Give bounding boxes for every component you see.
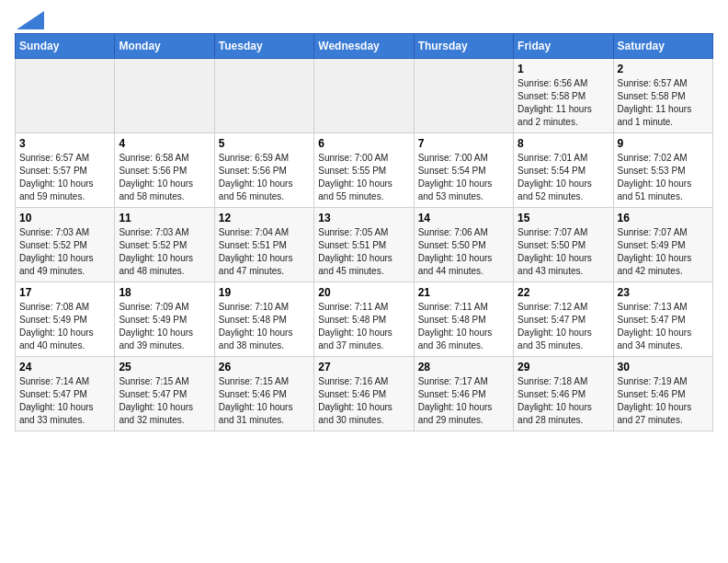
- day-number: 13: [318, 212, 409, 224]
- calendar-cell: 14Sunrise: 7:06 AM Sunset: 5:50 PM Dayli…: [414, 208, 513, 282]
- day-number: 8: [518, 137, 609, 150]
- day-number: 27: [318, 361, 409, 373]
- calendar-cell: 25Sunrise: 7:15 AM Sunset: 5:47 PM Dayli…: [115, 357, 214, 431]
- calendar-cell: 11Sunrise: 7:03 AM Sunset: 5:52 PM Dayli…: [115, 208, 214, 282]
- day-number: 15: [518, 212, 609, 224]
- calendar-cell: 15Sunrise: 7:07 AM Sunset: 5:50 PM Dayli…: [514, 208, 613, 282]
- calendar-cell: 3Sunrise: 6:57 AM Sunset: 5:57 PM Daylig…: [16, 133, 115, 208]
- day-info: Sunrise: 7:04 AM Sunset: 5:51 PM Dayligh…: [219, 226, 310, 278]
- day-info: Sunrise: 6:58 AM Sunset: 5:56 PM Dayligh…: [119, 152, 210, 203]
- calendar-cell: 29Sunrise: 7:18 AM Sunset: 5:46 PM Dayli…: [514, 357, 613, 431]
- day-info: Sunrise: 6:56 AM Sunset: 5:58 PM Dayligh…: [518, 77, 609, 129]
- calendar-cell: 2Sunrise: 6:57 AM Sunset: 5:58 PM Daylig…: [613, 59, 712, 133]
- day-number: 1: [518, 63, 609, 75]
- day-info: Sunrise: 6:57 AM Sunset: 5:58 PM Dayligh…: [618, 77, 709, 129]
- day-number: 25: [119, 361, 210, 373]
- day-number: 12: [219, 212, 310, 224]
- day-info: Sunrise: 7:05 AM Sunset: 5:51 PM Dayligh…: [318, 226, 409, 278]
- day-number: 23: [618, 286, 709, 299]
- day-number: 10: [19, 212, 110, 224]
- day-info: Sunrise: 7:13 AM Sunset: 5:47 PM Dayligh…: [618, 301, 709, 352]
- weekday-header: Tuesday: [214, 34, 313, 59]
- day-info: Sunrise: 7:19 AM Sunset: 5:46 PM Dayligh…: [618, 375, 709, 427]
- weekday-header: Saturday: [613, 34, 712, 59]
- calendar-cell: [16, 59, 115, 133]
- weekday-header: Friday: [514, 34, 613, 59]
- calendar-cell: 20Sunrise: 7:11 AM Sunset: 5:48 PM Dayli…: [314, 282, 414, 357]
- day-number: 2: [618, 63, 709, 75]
- calendar-cell: 1Sunrise: 6:56 AM Sunset: 5:58 PM Daylig…: [514, 59, 613, 133]
- day-number: 26: [219, 361, 310, 373]
- day-number: 21: [418, 286, 509, 299]
- day-info: Sunrise: 6:57 AM Sunset: 5:57 PM Dayligh…: [19, 152, 110, 203]
- day-number: 18: [119, 286, 210, 299]
- calendar-cell: 7Sunrise: 7:00 AM Sunset: 5:54 PM Daylig…: [414, 133, 513, 208]
- calendar-cell: 23Sunrise: 7:13 AM Sunset: 5:47 PM Dayli…: [613, 282, 712, 357]
- day-info: Sunrise: 7:09 AM Sunset: 5:49 PM Dayligh…: [119, 301, 210, 352]
- day-number: 14: [418, 212, 509, 224]
- day-number: 19: [219, 286, 310, 299]
- day-info: Sunrise: 7:10 AM Sunset: 5:48 PM Dayligh…: [219, 301, 310, 352]
- calendar-cell: 26Sunrise: 7:15 AM Sunset: 5:46 PM Dayli…: [214, 357, 313, 431]
- day-info: Sunrise: 7:14 AM Sunset: 5:47 PM Dayligh…: [19, 375, 110, 427]
- calendar-cell: 21Sunrise: 7:11 AM Sunset: 5:48 PM Dayli…: [414, 282, 513, 357]
- calendar-cell: 27Sunrise: 7:16 AM Sunset: 5:46 PM Dayli…: [314, 357, 414, 431]
- weekday-header: Thursday: [414, 34, 513, 59]
- weekday-header: Monday: [115, 34, 214, 59]
- weekday-header: Wednesday: [314, 34, 414, 59]
- day-number: 22: [518, 286, 609, 299]
- calendar-cell: 24Sunrise: 7:14 AM Sunset: 5:47 PM Dayli…: [16, 357, 115, 431]
- day-info: Sunrise: 7:00 AM Sunset: 5:54 PM Dayligh…: [418, 152, 509, 203]
- day-info: Sunrise: 7:18 AM Sunset: 5:46 PM Dayligh…: [518, 375, 609, 427]
- day-number: 30: [618, 361, 709, 373]
- logo-icon: [17, 11, 44, 29]
- svg-marker-0: [17, 11, 44, 29]
- day-number: 7: [418, 137, 509, 150]
- calendar-cell: 4Sunrise: 6:58 AM Sunset: 5:56 PM Daylig…: [115, 133, 214, 208]
- day-number: 6: [318, 137, 409, 150]
- calendar-cell: 18Sunrise: 7:09 AM Sunset: 5:49 PM Dayli…: [115, 282, 214, 357]
- calendar-cell: 9Sunrise: 7:02 AM Sunset: 5:53 PM Daylig…: [613, 133, 712, 208]
- day-info: Sunrise: 7:11 AM Sunset: 5:48 PM Dayligh…: [418, 301, 509, 352]
- calendar-cell: 22Sunrise: 7:12 AM Sunset: 5:47 PM Dayli…: [514, 282, 613, 357]
- day-info: Sunrise: 7:07 AM Sunset: 5:50 PM Dayligh…: [518, 226, 609, 278]
- day-number: 16: [618, 212, 709, 224]
- day-number: 9: [618, 137, 709, 150]
- calendar-table: SundayMondayTuesdayWednesdayThursdayFrid…: [15, 33, 713, 431]
- day-info: Sunrise: 7:12 AM Sunset: 5:47 PM Dayligh…: [518, 301, 609, 352]
- day-number: 29: [518, 361, 609, 373]
- day-info: Sunrise: 7:11 AM Sunset: 5:48 PM Dayligh…: [318, 301, 409, 352]
- day-info: Sunrise: 6:59 AM Sunset: 5:56 PM Dayligh…: [219, 152, 310, 203]
- day-number: 3: [19, 137, 110, 150]
- calendar-cell: 12Sunrise: 7:04 AM Sunset: 5:51 PM Dayli…: [214, 208, 313, 282]
- day-info: Sunrise: 7:16 AM Sunset: 5:46 PM Dayligh…: [318, 375, 409, 427]
- day-number: 4: [119, 137, 210, 150]
- weekday-header: Sunday: [16, 34, 115, 59]
- day-number: 11: [119, 212, 210, 224]
- page-header: [15, 15, 713, 24]
- day-info: Sunrise: 7:06 AM Sunset: 5:50 PM Dayligh…: [418, 226, 509, 278]
- calendar-cell: 5Sunrise: 6:59 AM Sunset: 5:56 PM Daylig…: [214, 133, 313, 208]
- calendar-cell: 17Sunrise: 7:08 AM Sunset: 5:49 PM Dayli…: [16, 282, 115, 357]
- day-number: 28: [418, 361, 509, 373]
- calendar-cell: 6Sunrise: 7:00 AM Sunset: 5:55 PM Daylig…: [314, 133, 414, 208]
- calendar-cell: 13Sunrise: 7:05 AM Sunset: 5:51 PM Dayli…: [314, 208, 414, 282]
- day-info: Sunrise: 7:01 AM Sunset: 5:54 PM Dayligh…: [518, 152, 609, 203]
- day-info: Sunrise: 7:17 AM Sunset: 5:46 PM Dayligh…: [418, 375, 509, 427]
- day-info: Sunrise: 7:15 AM Sunset: 5:47 PM Dayligh…: [119, 375, 210, 427]
- calendar-cell: 28Sunrise: 7:17 AM Sunset: 5:46 PM Dayli…: [414, 357, 513, 431]
- calendar-cell: 19Sunrise: 7:10 AM Sunset: 5:48 PM Dayli…: [214, 282, 313, 357]
- day-info: Sunrise: 7:03 AM Sunset: 5:52 PM Dayligh…: [19, 226, 110, 278]
- day-info: Sunrise: 7:15 AM Sunset: 5:46 PM Dayligh…: [219, 375, 310, 427]
- day-info: Sunrise: 7:00 AM Sunset: 5:55 PM Dayligh…: [318, 152, 409, 203]
- day-number: 5: [219, 137, 310, 150]
- day-info: Sunrise: 7:03 AM Sunset: 5:52 PM Dayligh…: [119, 226, 210, 278]
- calendar-header: SundayMondayTuesdayWednesdayThursdayFrid…: [16, 34, 713, 59]
- calendar-cell: [414, 59, 513, 133]
- calendar-cell: 10Sunrise: 7:03 AM Sunset: 5:52 PM Dayli…: [16, 208, 115, 282]
- calendar-cell: 16Sunrise: 7:07 AM Sunset: 5:49 PM Dayli…: [613, 208, 712, 282]
- calendar-cell: [314, 59, 414, 133]
- day-info: Sunrise: 7:08 AM Sunset: 5:49 PM Dayligh…: [19, 301, 110, 352]
- day-number: 24: [19, 361, 110, 373]
- day-info: Sunrise: 7:07 AM Sunset: 5:49 PM Dayligh…: [618, 226, 709, 278]
